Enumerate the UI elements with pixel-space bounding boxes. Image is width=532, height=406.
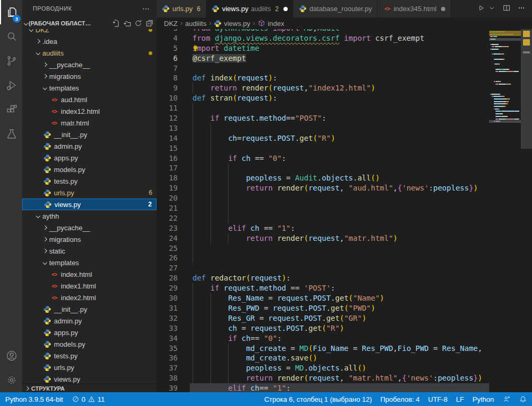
dirty-indicator-dot[interactable] — [441, 7, 445, 11]
statusbar-problems[interactable]: 011 — [71, 395, 105, 403]
code-line[interactable]: 21 — [157, 203, 532, 213]
lightbulb-icon[interactable] — [191, 44, 199, 52]
code-line[interactable]: 16 if ch == "0": — [157, 154, 532, 164]
code-line[interactable]: 36 md_create.save() — [157, 353, 532, 363]
tree-item-templates[interactable]: templates — [22, 257, 157, 268]
tree-item-templates[interactable]: templates — [22, 82, 157, 94]
tree-item-dkz[interactable]: DKZ — [22, 29, 157, 35]
code-line[interactable]: 34 if ch== "0": — [157, 333, 532, 344]
tree-item-urls-py[interactable]: urls.py — [22, 362, 157, 373]
tree-item-models-py[interactable]: models.py — [22, 164, 157, 175]
code-line[interactable]: 29 if request.method == 'POST': — [157, 283, 532, 293]
activitybar-run-and-debug-icon[interactable] — [0, 73, 22, 97]
activitybar-search-icon[interactable] — [0, 24, 22, 49]
split-editor-icon[interactable] — [502, 4, 511, 14]
statusbar-python-interpreter[interactable]: Python 3.9.5 64-bit — [5, 395, 63, 403]
code-line[interactable]: 7 — [157, 64, 532, 74]
code-line[interactable]: 5import datetime — [157, 43, 532, 53]
editor-scrollbar[interactable] — [521, 29, 532, 392]
code-line[interactable]: 28def redactor(request): — [157, 273, 532, 283]
statusbar-encoding[interactable]: UTF-8 — [428, 395, 448, 403]
statusbar-feedback[interactable] — [502, 395, 510, 403]
tree-item-index-html[interactable]: <>index.html — [22, 268, 157, 280]
more-actions-icon[interactable] — [517, 4, 526, 14]
tree-item-apps-py[interactable]: apps.py — [22, 327, 157, 338]
statusbar-indentation[interactable]: Пробелов: 4 — [380, 395, 419, 403]
collapse-all-icon[interactable] — [145, 19, 153, 27]
tree-item-matr-html[interactable]: <>matr.html — [22, 117, 157, 129]
tree-item-index1-html[interactable]: <>index1.html — [22, 280, 157, 292]
code-line[interactable]: 33 ch = request.POST.get("R") — [157, 323, 532, 333]
breadcrumb-item-dkz[interactable]: DKZ — [164, 20, 178, 28]
tree-item-static[interactable]: static — [22, 245, 157, 257]
refresh-icon[interactable] — [134, 19, 142, 27]
code-line[interactable]: 32 Res_GR = request.POST.get("GR") — [157, 313, 532, 323]
tree-item--init-py[interactable]: __init__.py — [22, 129, 157, 140]
activitybar-account-icon[interactable] — [0, 344, 22, 368]
code-line[interactable]: 4from django.views.decorators.csrf impor… — [157, 33, 532, 43]
statusbar-language-mode[interactable]: Python — [473, 395, 494, 403]
tree-item-models-py[interactable]: models.py — [22, 338, 157, 350]
tree-item-tests-py[interactable]: tests.py — [22, 350, 157, 362]
new-folder-icon[interactable] — [123, 19, 131, 27]
tab-views-py[interactable]: views.pyaudiiits2 — [206, 0, 293, 17]
tree-item--init-py[interactable]: __init__.py — [22, 303, 157, 315]
run-button[interactable] — [477, 4, 485, 14]
tree-item-migrations[interactable]: migrations — [22, 233, 157, 245]
code-line[interactable]: 12 if request.method=="POST": — [157, 113, 532, 123]
statusbar-notifications[interactable] — [519, 395, 527, 403]
code-line[interactable]: 30 Res_Name = request.POST.get("Name") — [157, 293, 532, 303]
tree-item--pycache-[interactable]: __pycache__ — [22, 222, 157, 233]
tree-item--pycache-[interactable]: __pycache__ — [22, 59, 157, 70]
activitybar-extensions-icon[interactable] — [0, 97, 22, 122]
tree-item-migrations[interactable]: migrations — [22, 70, 157, 82]
code-line[interactable]: 22 — [157, 213, 532, 223]
statusbar-eol[interactable]: LF — [456, 395, 464, 403]
statusbar-cursor-position[interactable]: Строка 6, столбец 1 (выбрано 12) — [264, 395, 372, 403]
tree-item-tests-py[interactable]: tests.py — [22, 175, 157, 187]
run-dropdown-icon[interactable] — [488, 4, 496, 14]
tree-item-index12-html[interactable]: <>index12.html — [22, 105, 157, 117]
code-editor[interactable]: 3from aythh.models import MD,Audit4from … — [157, 29, 532, 392]
dirty-indicator-dot[interactable] — [283, 7, 288, 11]
tree-item--idea[interactable]: .idea — [22, 35, 157, 47]
scrollbar-thumb[interactable] — [521, 29, 532, 149]
tree-item-admin-py[interactable]: admin.py — [22, 315, 157, 327]
outline-section-header[interactable]: СТРУКТУРА — [22, 384, 157, 392]
code-line[interactable]: 17 — [157, 163, 532, 173]
code-line[interactable]: 31 Res_PWD = request.POST.get("PWD") — [157, 303, 532, 313]
code-line[interactable]: 10def stran(request): — [157, 93, 532, 103]
more-actions-icon[interactable]: ⋯ — [142, 4, 150, 13]
code-line[interactable]: 15 — [157, 143, 532, 154]
code-line[interactable]: 9 return render(request,"index12.html") — [157, 83, 532, 93]
tab-urls-py[interactable]: urls.py6 — [157, 0, 206, 17]
tree-item-aud-html[interactable]: <>aud.html — [22, 94, 157, 105]
code-line[interactable]: 26 — [157, 253, 532, 263]
code-line[interactable]: 24 return render(request,"matr.html") — [157, 233, 532, 243]
code-line[interactable]: 18 peopless = Audit.objects.all() — [157, 173, 532, 183]
code-line[interactable]: 19 return render(request, "aud.html",{'n… — [157, 183, 532, 193]
code-line[interactable]: 20 — [157, 193, 532, 203]
code-line[interactable]: 8def index(request): — [157, 73, 532, 83]
breadcrumb-item-index[interactable]: index — [258, 20, 284, 28]
code-line[interactable]: 3from aythh.models import MD,Audit — [157, 29, 532, 33]
code-line[interactable]: 14 ch=request.POST.get("R") — [157, 133, 532, 143]
minimap[interactable] — [489, 29, 521, 392]
tree-item-views-py[interactable]: views.py2 — [22, 199, 157, 210]
tree-item-aythh[interactable]: aythh — [22, 210, 157, 222]
tree-item-audiiits[interactable]: audiiits — [22, 47, 157, 59]
activitybar-explorer-icon[interactable]: 3 — [0, 0, 22, 24]
workspace-section-header[interactable]: (РАБОЧАЯ ОБЛАСТЬ) ... — [22, 17, 157, 29]
code-line[interactable]: 6@csrf_exempt — [157, 53, 532, 64]
breadcrumb-item-audiiits[interactable]: audiiits — [185, 20, 206, 28]
code-line[interactable]: 13 — [157, 123, 532, 133]
code-line[interactable]: 11 — [157, 103, 532, 113]
tree-item-index2-html[interactable]: <>index2.html — [22, 292, 157, 303]
code-line[interactable]: 27 — [157, 263, 532, 273]
code-line[interactable]: 23 elif ch == "1": — [157, 223, 532, 233]
code-line[interactable]: 25 — [157, 243, 532, 254]
tree-item-admin-py[interactable]: admin.py — [22, 140, 157, 152]
tab-database-roouter-py[interactable]: database_roouter.py — [293, 0, 378, 17]
tree-item-views-py[interactable]: views.py — [22, 373, 157, 384]
tab-index345-html[interactable]: <>index345.html — [378, 0, 451, 17]
